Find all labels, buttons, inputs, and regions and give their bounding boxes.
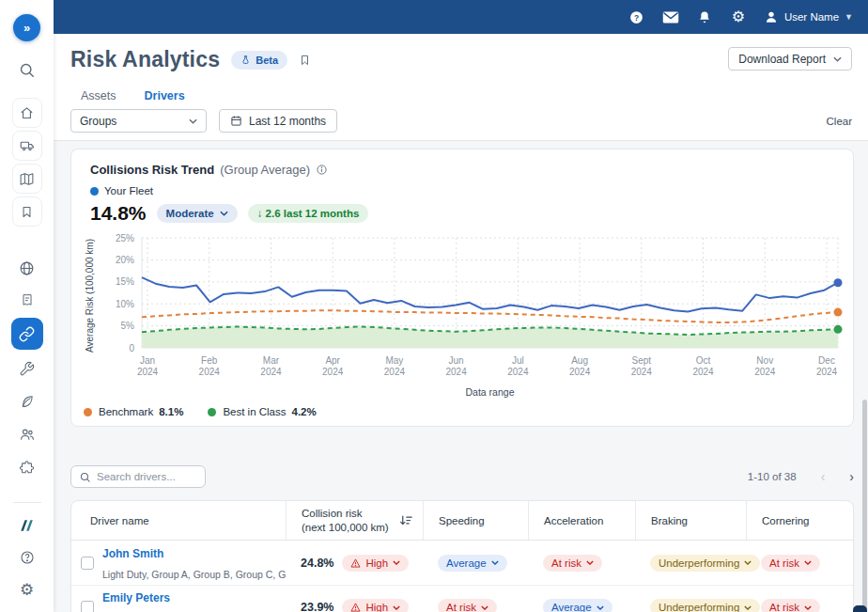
beta-badge: Beta [231, 51, 287, 70]
benchmark-value: 8.1% [159, 406, 183, 417]
svg-text:Apr2024: Apr2024 [322, 355, 344, 377]
column-collision-risk[interactable]: Collision risk(next 100,000 km) [286, 501, 423, 540]
home-icon[interactable] [12, 98, 42, 128]
info-icon[interactable] [316, 164, 328, 176]
svg-text:0: 0 [129, 343, 134, 353]
user-name-label: User Name [784, 11, 839, 23]
table-row: Emily PetersLight Duty, Group A, Group B… [71, 585, 853, 612]
svg-text:Feb2024: Feb2024 [199, 355, 221, 377]
driver-search-box[interactable] [70, 465, 206, 488]
column-acceleration[interactable]: Acceleration [528, 501, 635, 540]
user-menu[interactable]: User Name ▼ [764, 9, 853, 24]
report-icon[interactable] [12, 285, 42, 315]
top-navigation-bar: ? ⚙ User Name ▼ [54, 0, 868, 34]
chart-legend: Benchmark 8.1% Best in Class 4.2% [84, 406, 317, 417]
clear-filters-link[interactable]: Clear [827, 116, 852, 127]
collision-risk-value: 23.9% [301, 601, 333, 612]
speeding-dropdown-pill[interactable]: At risk [438, 599, 497, 612]
user-avatar-icon [764, 9, 779, 24]
fleet-legend-label: Your Fleet [104, 185, 153, 196]
svg-text:15%: 15% [116, 276, 134, 287]
gear-icon[interactable]: ⚙ [730, 8, 747, 25]
chart-title: Collisions Risk Trend [90, 163, 214, 177]
page-scrollbar [861, 34, 868, 612]
help-icon[interactable] [12, 542, 42, 573]
globe-icon[interactable] [12, 253, 42, 283]
sort-icon [399, 514, 413, 526]
acceleration-dropdown-pill[interactable]: At risk [543, 555, 602, 572]
collision-risk-value: 24.8% [301, 557, 333, 570]
chevron-down-icon [833, 56, 842, 62]
risk-level-dropdown-pill[interactable]: High [342, 555, 409, 572]
svg-text:Oct2024: Oct2024 [692, 355, 714, 377]
drivers-table: Driver name Collision risk(next 100,000 … [70, 500, 854, 612]
wrench-icon[interactable] [12, 353, 42, 384]
puzzle-icon[interactable] [12, 452, 42, 482]
scrollbar-thumb[interactable] [862, 400, 867, 612]
benchmark-legend-dot [84, 408, 92, 416]
chat-widget-corner[interactable] [853, 605, 867, 612]
svg-text:Nov2024: Nov2024 [754, 355, 776, 377]
svg-text:Sept2024: Sept2024 [631, 355, 653, 377]
link-icon[interactable] [11, 318, 43, 350]
caret-down-icon: ▼ [845, 12, 853, 22]
braking-dropdown-pill[interactable]: Underperforming [650, 555, 760, 572]
leaf-icon[interactable] [12, 386, 42, 416]
braking-dropdown-pill[interactable]: Underperforming [650, 599, 760, 612]
map-icon[interactable] [12, 164, 42, 194]
pagination-next-button[interactable]: › [849, 469, 854, 484]
column-cornering[interactable]: Cornering [746, 501, 854, 540]
delta-badge: ↓ 2.6 last 12 months [248, 204, 369, 223]
pagination-prev-button[interactable]: ‹ [821, 469, 826, 484]
page-header: Risk Analytics Beta Download Report Asse… [54, 34, 868, 141]
cornering-dropdown-pill[interactable]: At risk [761, 599, 820, 612]
risk-level-dropdown-pill[interactable]: High [342, 599, 409, 612]
chevron-down-icon [586, 560, 594, 565]
column-driver-name[interactable]: Driver name [71, 501, 286, 540]
best-in-class-value: 4.2% [292, 406, 317, 417]
bell-icon[interactable] [696, 8, 713, 25]
chevron-down-icon [393, 560, 400, 565]
warning-icon [350, 558, 361, 568]
download-report-button[interactable]: Download Report [728, 47, 852, 71]
speeding-dropdown-pill[interactable]: Average [438, 555, 507, 572]
benchmark-legend-label: Benchmark [99, 406, 153, 417]
search-drivers-input[interactable] [97, 471, 191, 482]
column-speeding[interactable]: Speeding [423, 501, 528, 540]
svg-text:Mar2024: Mar2024 [260, 355, 282, 377]
bookmark-icon[interactable] [299, 54, 311, 67]
mail-icon[interactable] [662, 8, 679, 25]
groups-filter-select[interactable]: Groups [70, 109, 207, 133]
svg-text:?: ? [634, 12, 639, 22]
date-range-button[interactable]: Last 12 months [219, 109, 337, 133]
flask-icon [240, 55, 251, 66]
help-icon[interactable]: ? [628, 8, 645, 25]
severity-dropdown[interactable]: Moderate [157, 204, 238, 223]
settings-gear-icon[interactable]: ⚙ [12, 574, 42, 604]
table-body: John SmithLight Duty, Group A, Group B, … [71, 541, 853, 612]
cornering-dropdown-pill[interactable]: At risk [761, 555, 820, 572]
svg-text:Jun2024: Jun2024 [446, 355, 468, 377]
best-in-class-legend-dot [208, 408, 216, 416]
acceleration-dropdown-pill[interactable]: Average [543, 599, 612, 612]
truck-icon[interactable] [12, 131, 42, 161]
bookmark-icon[interactable] [12, 196, 42, 227]
chevron-down-icon [220, 211, 228, 216]
row-checkbox[interactable] [81, 557, 94, 570]
users-icon[interactable] [12, 419, 42, 449]
driver-name-link[interactable]: John Smith [102, 547, 163, 560]
fleet-legend-dot [90, 187, 99, 196]
row-checkbox[interactable] [81, 601, 94, 612]
svg-text:May2024: May2024 [384, 355, 406, 377]
brand-logo [12, 510, 42, 541]
chevron-down-icon [481, 605, 488, 610]
chart-subtitle: (Group Average) [220, 163, 310, 177]
collisions-risk-trend-card: Collisions Risk Trend (Group Average) Yo… [70, 149, 854, 427]
svg-text:Aug2024: Aug2024 [569, 355, 591, 377]
svg-text:Jul2024: Jul2024 [507, 355, 529, 377]
driver-name-link[interactable]: Emily Peters [102, 591, 170, 604]
pagination-label: 1-10 of 38 [748, 471, 797, 482]
column-braking[interactable]: Braking [635, 501, 746, 540]
sidebar-expand-button[interactable]: » [13, 14, 40, 41]
search-icon[interactable] [12, 55, 42, 85]
